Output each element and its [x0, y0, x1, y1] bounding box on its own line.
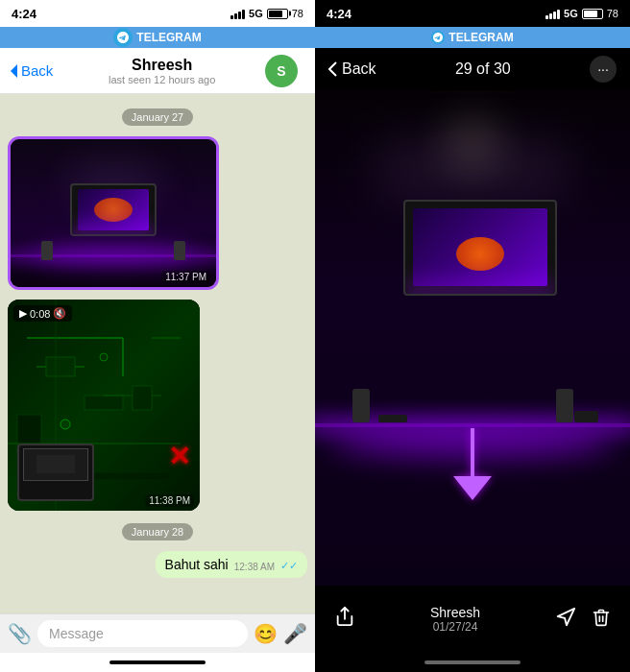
telegram-label-right: TELEGRAM — [448, 31, 513, 44]
large-monitor — [403, 200, 557, 296]
photo-message-bubble[interactable]: 11:37 PM — [8, 136, 219, 290]
outgoing-text-message: Bahut sahi 12:38 AM ✓✓ — [156, 551, 307, 578]
video-message-bubble[interactable]: ✕ ▶ 0:08 🔇 11:38 PM — [8, 300, 200, 511]
circuit-bg: ✕ — [8, 300, 200, 511]
photo-viewer-main[interactable] — [315, 90, 630, 586]
chat-contact-info: Shreesh last seen 12 hours ago — [59, 57, 265, 85]
outgoing-message-text: Bahut sahi — [165, 557, 229, 572]
avatar-initial: S — [277, 63, 285, 79]
video-timestamp: 11:38 PM — [145, 494, 194, 507]
photo-viewer-header: Back 29 of 30 ··· — [315, 48, 630, 90]
large-speaker-right — [556, 389, 573, 422]
emoji-button[interactable]: 😊 — [254, 622, 278, 645]
svg-rect-4 — [85, 396, 123, 410]
telegram-banner-right: TELEGRAM — [315, 27, 630, 48]
large-monitor-screen — [413, 208, 547, 287]
network-type-right: 5G — [564, 8, 578, 19]
outgoing-time: 12:38 AM — [234, 562, 275, 572]
chat-header: Back Shreesh last seen 12 hours ago S — [0, 48, 315, 94]
monitor-glow-small — [72, 223, 155, 236]
chat-contact-name: Shreesh — [132, 57, 192, 74]
time-right: 4:24 — [327, 7, 351, 21]
battery-icon-right — [582, 9, 603, 19]
home-bar-left — [109, 660, 206, 664]
desk-item-1 — [378, 415, 407, 422]
monitor-small — [70, 183, 157, 236]
desk-photo-scene — [11, 139, 216, 287]
telegram-logo-right — [431, 31, 445, 44]
chat-messages-list: January 27 — [0, 94, 315, 586]
large-desk-surface — [315, 423, 630, 427]
share-button[interactable] — [334, 606, 355, 633]
svg-point-11 — [100, 353, 108, 361]
chat-input-area: 📎 Message 😊 🎤 — [0, 613, 315, 653]
photo-action-buttons — [555, 607, 611, 633]
telegram-banner: TELEGRAM — [0, 27, 315, 48]
video-play-icon: ▶ — [19, 307, 27, 320]
svg-rect-9 — [133, 386, 152, 410]
date-badge-jan28: January 28 — [8, 522, 307, 540]
svg-marker-17 — [558, 608, 574, 624]
sender-info: Shreesh 01/27/24 — [430, 605, 480, 634]
telegram-logo — [113, 28, 133, 47]
message-input[interactable]: Message — [37, 620, 248, 647]
status-bar-right: 4:24 5G 78 — [315, 0, 630, 27]
sender-date: 01/27/24 — [430, 620, 480, 634]
photo-inner — [11, 139, 216, 287]
date-label-jan28: January 28 — [122, 523, 193, 540]
message-placeholder: Message — [49, 626, 104, 641]
read-receipt-icon: ✓✓ — [280, 560, 298, 572]
laptop-inner — [36, 455, 75, 473]
network-type-left: 5G — [249, 8, 263, 19]
telegram-label: TELEGRAM — [136, 31, 201, 44]
status-bar-left: 4:24 5G 78 — [0, 0, 315, 27]
svg-rect-3 — [46, 357, 75, 376]
back-button-left[interactable]: Back — [10, 62, 53, 79]
laptop-component — [17, 444, 94, 501]
purple-underglow-small — [31, 246, 195, 265]
attach-button[interactable]: 📎 — [8, 622, 32, 645]
speaker-left — [41, 241, 53, 260]
right-panel: 4:24 5G 78 TELEGRAM Back 29 of 30 — [315, 0, 630, 672]
date-label-jan27: January 27 — [122, 108, 193, 126]
video-duration: 0:08 — [30, 308, 50, 320]
chat-body: January 27 — [0, 94, 315, 613]
x-mark: ✕ — [168, 441, 190, 472]
date-badge-jan27: January 27 — [8, 108, 307, 125]
signal-icon — [230, 8, 245, 19]
status-icons-right: 5G 78 — [545, 8, 618, 19]
more-options-button[interactable]: ··· — [590, 56, 617, 83]
speaker-right — [174, 241, 185, 260]
mic-button[interactable]: 🎤 — [283, 622, 307, 645]
status-icons-left: 5G 78 — [230, 8, 303, 19]
monitor-logo — [456, 237, 504, 271]
full-photo-view — [315, 90, 630, 586]
home-indicator-right — [315, 653, 630, 672]
contact-avatar: S — [265, 55, 298, 87]
video-mute-icon: 🔇 — [53, 307, 66, 320]
monitor-content — [94, 198, 133, 222]
sender-name: Shreesh — [430, 605, 480, 620]
photo-timestamp: 11:37 PM — [161, 271, 210, 283]
chat-last-seen: last seen 12 hours ago — [109, 74, 215, 85]
svg-point-10 — [61, 420, 70, 429]
more-icon: ··· — [597, 61, 609, 77]
back-label-right: Back — [342, 60, 376, 78]
desk-item-2 — [574, 411, 598, 422]
svg-marker-15 — [453, 476, 492, 500]
video-duration-badge: ▶ 0:08 🔇 — [13, 305, 72, 322]
battery-pct-left: 78 — [292, 8, 303, 19]
back-button-right[interactable]: Back — [328, 60, 376, 78]
battery-icon-left — [267, 9, 288, 19]
purple-arrow — [444, 428, 501, 509]
time-left: 4:24 — [12, 7, 36, 21]
photo-counter: 29 of 30 — [455, 60, 511, 78]
home-bar-right — [424, 660, 521, 664]
battery-pct-right: 78 — [607, 8, 618, 19]
delete-button[interactable] — [592, 607, 611, 633]
left-panel: 4:24 5G 78 TELEGRAM Back Shree — [0, 0, 315, 672]
arrow-svg — [444, 428, 501, 505]
navigate-button[interactable] — [555, 607, 576, 633]
large-room-glow — [378, 140, 568, 198]
signal-icon-right — [545, 8, 560, 19]
